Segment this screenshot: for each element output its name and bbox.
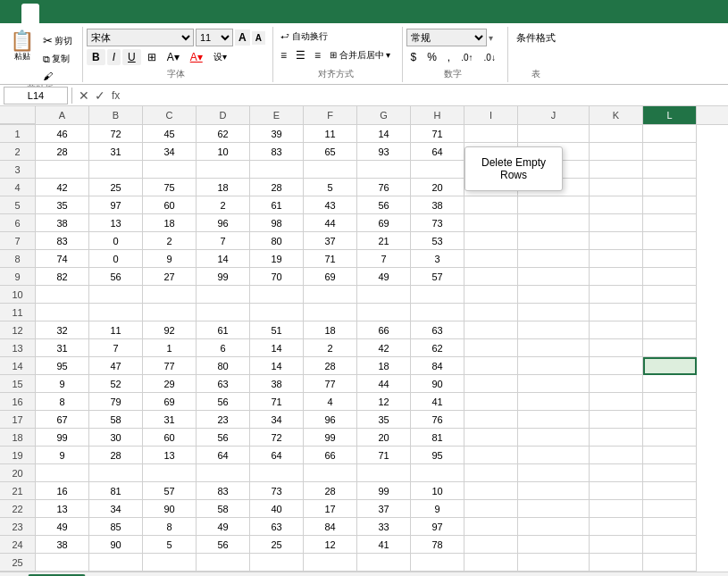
cell[interactable] — [250, 286, 304, 304]
cell[interactable] — [143, 464, 197, 482]
cell[interactable] — [250, 554, 304, 572]
cell[interactable]: 2 — [304, 339, 357, 357]
cell[interactable]: 13 — [143, 447, 197, 464]
cell[interactable] — [590, 357, 643, 375]
cell[interactable] — [643, 196, 697, 214]
cell[interactable]: 44 — [304, 214, 357, 232]
insert-function-icon[interactable]: fx — [108, 89, 123, 102]
cell[interactable] — [590, 286, 643, 304]
wrap-text-button[interactable]: ⮐ 自动换行 — [277, 29, 331, 45]
cell[interactable] — [518, 482, 590, 500]
col-header-a[interactable]: A — [36, 106, 89, 124]
cell[interactable]: 63 — [197, 375, 250, 393]
cell[interactable]: 61 — [250, 196, 304, 214]
cell[interactable] — [89, 464, 143, 482]
cell[interactable]: 2 — [143, 232, 197, 250]
col-header-e[interactable]: E — [250, 106, 304, 124]
cell[interactable] — [643, 125, 697, 143]
cell[interactable]: 56 — [197, 536, 250, 554]
cell[interactable] — [464, 232, 518, 250]
col-header-j[interactable]: J — [518, 106, 590, 124]
cell[interactable]: 84 — [304, 518, 357, 536]
cell[interactable]: 34 — [89, 500, 143, 518]
cell[interactable] — [518, 536, 590, 554]
cell[interactable]: 16 — [36, 482, 89, 500]
cell[interactable]: 97 — [89, 196, 143, 214]
copy-button[interactable]: ⧉ 复制 — [40, 51, 75, 67]
cell[interactable] — [36, 161, 89, 179]
cell[interactable]: 8 — [143, 518, 197, 536]
cell[interactable]: 40 — [250, 500, 304, 518]
cell[interactable]: 61 — [197, 321, 250, 339]
cell[interactable]: 19 — [250, 250, 304, 268]
cell[interactable]: 17 — [304, 500, 357, 518]
cell[interactable]: 96 — [304, 411, 357, 429]
cell[interactable]: 66 — [304, 447, 357, 464]
cell[interactable]: 38 — [411, 196, 464, 214]
cell[interactable] — [643, 500, 697, 518]
cell[interactable]: 28 — [250, 179, 304, 196]
row-header[interactable]: 8 — [0, 250, 36, 268]
cell[interactable] — [518, 214, 590, 232]
cell[interactable]: 20 — [357, 429, 411, 447]
percent-button[interactable]: $ — [406, 49, 422, 65]
cell[interactable]: 99 — [357, 482, 411, 500]
cell[interactable]: 66 — [357, 321, 411, 339]
cell[interactable] — [590, 411, 643, 429]
cell[interactable]: 7 — [89, 339, 143, 357]
cell[interactable]: 56 — [197, 393, 250, 411]
tab-formula[interactable] — [75, 4, 93, 23]
cell[interactable]: 77 — [143, 357, 197, 375]
cell[interactable]: 28 — [89, 447, 143, 464]
col-header-h[interactable]: H — [411, 106, 464, 124]
cell[interactable] — [590, 125, 643, 143]
row-header[interactable]: 24 — [0, 536, 36, 554]
cell[interactable] — [590, 554, 643, 572]
cell[interactable] — [643, 357, 697, 375]
cell[interactable]: 11 — [89, 321, 143, 339]
cell[interactable]: 81 — [89, 482, 143, 500]
cell[interactable] — [464, 482, 518, 500]
cell[interactable] — [143, 286, 197, 304]
cell[interactable]: 58 — [89, 411, 143, 429]
cell[interactable]: 70 — [250, 268, 304, 286]
cell[interactable]: 49 — [357, 268, 411, 286]
row-header[interactable]: 6 — [0, 214, 36, 232]
cell[interactable]: 64 — [250, 447, 304, 464]
row-header[interactable]: 22 — [0, 500, 36, 518]
cell[interactable]: 56 — [197, 429, 250, 447]
cell[interactable] — [590, 304, 643, 321]
cell[interactable] — [590, 196, 643, 214]
cell[interactable] — [143, 161, 197, 179]
cell[interactable]: 38 — [36, 536, 89, 554]
cell[interactable]: 76 — [411, 411, 464, 429]
cell[interactable]: 90 — [143, 500, 197, 518]
cell[interactable] — [518, 250, 590, 268]
bold-button[interactable]: B — [87, 49, 105, 65]
cell[interactable] — [464, 125, 518, 143]
col-header-k[interactable]: K — [590, 106, 643, 124]
cell[interactable] — [36, 304, 89, 321]
cell[interactable] — [89, 304, 143, 321]
row-header[interactable]: 17 — [0, 411, 36, 429]
col-header-b[interactable]: B — [89, 106, 143, 124]
cell[interactable]: 46 — [36, 125, 89, 143]
cell[interactable] — [518, 411, 590, 429]
cell[interactable] — [304, 554, 357, 572]
cell[interactable] — [518, 393, 590, 411]
row-header[interactable]: 10 — [0, 286, 36, 304]
cell[interactable] — [197, 286, 250, 304]
cell[interactable]: 49 — [36, 518, 89, 536]
cell[interactable]: 81 — [411, 429, 464, 447]
cut-button[interactable]: ✂ 剪切 — [40, 32, 75, 49]
cancel-formula-icon[interactable]: ✕ — [76, 88, 92, 103]
cell[interactable]: 30 — [89, 429, 143, 447]
cell[interactable]: 77 — [304, 375, 357, 393]
cell[interactable] — [518, 232, 590, 250]
cell[interactable] — [590, 393, 643, 411]
cell[interactable] — [518, 286, 590, 304]
cell[interactable]: 34 — [250, 411, 304, 429]
cell-name-box[interactable] — [4, 87, 68, 104]
row-header[interactable]: 23 — [0, 518, 36, 536]
cell[interactable]: 37 — [304, 232, 357, 250]
